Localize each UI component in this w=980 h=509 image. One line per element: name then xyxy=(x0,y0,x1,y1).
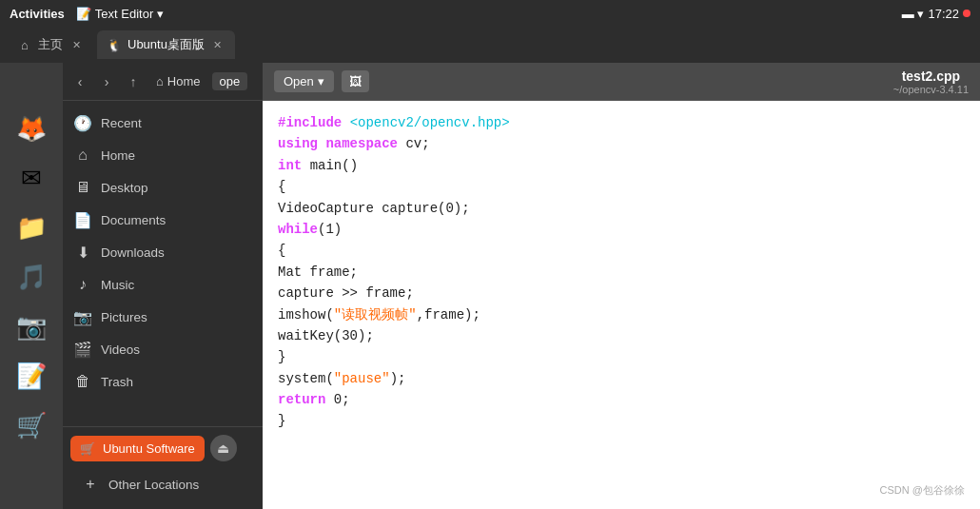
ubuntu-tab-close[interactable]: ✕ xyxy=(210,37,225,52)
documents-icon: 📄 xyxy=(74,211,91,228)
ubuntu-software-label: Ubuntu Software xyxy=(103,441,195,456)
app-name-menu[interactable]: 📝 Text Editor ▾ xyxy=(76,7,164,21)
tab-home[interactable]: ⌂ 主页 ✕ xyxy=(8,30,93,59)
sidebar-item-pictures[interactable]: 📷 Pictures xyxy=(63,301,263,333)
gnome-time-area: ▬ ▾ 17:22 xyxy=(902,7,970,21)
watermark: CSDN @包谷徐徐 xyxy=(874,481,970,499)
clock-display: 17:22 xyxy=(928,7,959,21)
app-name-arrow-icon: ▾ xyxy=(157,7,164,21)
trash-icon: 🗑 xyxy=(74,373,91,390)
tab-bar: ⌂ 主页 ✕ 🐧 Ubuntu桌面版 ✕ xyxy=(0,27,980,63)
editor-filename: test2.cpp xyxy=(893,69,969,84)
ubuntu-tab-icon: 🐧 xyxy=(107,37,122,52)
sidebar-item-music[interactable]: ♪ Music xyxy=(63,268,263,301)
downloads-label: Downloads xyxy=(101,245,165,260)
home-icon: ⌂ xyxy=(74,147,91,164)
music-icon: ♪ xyxy=(74,276,91,293)
eject-button[interactable]: ⏏ xyxy=(210,435,237,461)
sidebar-item-trash[interactable]: 🗑 Trash xyxy=(63,365,263,398)
recent-icon: 🕐 xyxy=(74,114,91,131)
music-label: Music xyxy=(101,278,134,292)
sidebar-item-recent[interactable]: 🕐 Recent xyxy=(63,107,263,139)
trash-label: Trash xyxy=(101,375,133,389)
main-content: ‹ › ↑ ⌂ Home ope 🕐 Recent ⌂ Home xyxy=(63,63,980,509)
other-locations-icon: + xyxy=(82,476,99,493)
app-name-label: Text Editor xyxy=(95,7,153,21)
up-button[interactable]: ↑ xyxy=(122,70,145,93)
open-arrow-icon: ▾ xyxy=(318,74,324,88)
activity-music[interactable]: 🎵 xyxy=(10,255,53,299)
ubuntu-software-icon: 🛒 xyxy=(80,441,95,456)
sidebar-toolbar: ‹ › ↑ ⌂ Home ope xyxy=(63,63,263,101)
videos-label: Videos xyxy=(101,343,140,357)
activity-text-editor[interactable]: 📝 xyxy=(10,354,53,398)
active-folder-label: ope xyxy=(212,72,248,90)
home-breadcrumb[interactable]: ⌂ Home xyxy=(148,72,208,90)
sidebar-item-home[interactable]: ⌂ Home xyxy=(63,139,263,171)
activity-firefox[interactable]: 🦊 xyxy=(10,107,53,150)
home-tab-close[interactable]: ✕ xyxy=(69,37,84,52)
editor-area: Open ▾ 🖼 test2.cpp ~/opencv-3.4.11 #incl… xyxy=(263,63,980,509)
sidebar-bottom: 🛒 Ubuntu Software ⏏ + Other Locations xyxy=(63,426,263,509)
open-button[interactable]: Open ▾ xyxy=(274,70,334,92)
pictures-icon: 📷 xyxy=(74,308,91,325)
activity-app-store[interactable]: 🛒 xyxy=(10,403,53,447)
open-label: Open xyxy=(284,74,314,88)
activities-button[interactable]: Activities xyxy=(10,7,65,21)
desktop-label: Desktop xyxy=(101,181,148,195)
recent-label: Recent xyxy=(101,116,142,130)
code-editor[interactable]: #include <opencv2/opencv.hpp> using name… xyxy=(263,101,980,509)
downloads-icon: ⬇ xyxy=(74,244,91,261)
home-tab-icon: ⌂ xyxy=(17,37,32,52)
text-editor-icon-small: 📝 xyxy=(76,7,91,21)
ubuntu-software-button[interactable]: 🛒 Ubuntu Software xyxy=(70,436,205,461)
editor-filepath: ~/opencv-3.4.11 xyxy=(893,84,969,95)
editor-file-info: test2.cpp ~/opencv-3.4.11 xyxy=(893,69,969,95)
home-breadcrumb-label: Home xyxy=(167,74,201,88)
desktop-icon: 🖥 xyxy=(74,179,91,196)
sidebar-item-downloads[interactable]: ⬇ Downloads xyxy=(63,236,263,268)
other-locations-label: Other Locations xyxy=(108,478,199,492)
documents-label: Documents xyxy=(101,213,166,227)
activity-files[interactable]: 📁 xyxy=(10,206,53,249)
activity-bar: 🦊 ✉ 📁 🎵 📷 📝 🛒 ❓ xyxy=(0,99,63,509)
eject-icon: ⏏ xyxy=(217,440,229,456)
tab-ubuntu[interactable]: 🐧 Ubuntu桌面版 ✕ xyxy=(97,30,235,59)
window-controls: ▬ ▾ xyxy=(902,7,925,21)
recording-dot-icon xyxy=(963,10,970,17)
ubuntu-tab-label: Ubuntu桌面版 xyxy=(127,36,205,53)
sidebar-item-documents[interactable]: 📄 Documents xyxy=(63,204,263,236)
sidebar-item-videos[interactable]: 🎬 Videos xyxy=(63,333,263,365)
back-button[interactable]: ‹ xyxy=(69,70,91,93)
forward-button[interactable]: › xyxy=(95,70,118,93)
editor-header: Open ▾ 🖼 test2.cpp ~/opencv-3.4.11 xyxy=(263,63,980,101)
file-sidebar: ‹ › ↑ ⌂ Home ope 🕐 Recent ⌂ Home xyxy=(63,63,263,509)
home-label: Home xyxy=(101,148,135,163)
sidebar-item-other-locations[interactable]: + Other Locations xyxy=(70,467,255,501)
activity-camera[interactable]: 📷 xyxy=(10,304,53,348)
sidebar-items-list: 🕐 Recent ⌂ Home 🖥 Desktop 📄 Documents ⬇ xyxy=(63,101,263,426)
home-tab-label: 主页 xyxy=(38,36,63,53)
activity-email[interactable]: ✉ xyxy=(10,156,53,200)
home-breadcrumb-icon: ⌂ xyxy=(156,74,164,88)
pictures-label: Pictures xyxy=(101,310,147,324)
image-button[interactable]: 🖼 xyxy=(342,70,369,92)
sidebar-item-desktop[interactable]: 🖥 Desktop xyxy=(63,171,263,204)
gnome-topbar: Activities 📝 Text Editor ▾ ▬ ▾ 17:22 xyxy=(0,0,980,27)
videos-icon: 🎬 xyxy=(74,341,91,358)
